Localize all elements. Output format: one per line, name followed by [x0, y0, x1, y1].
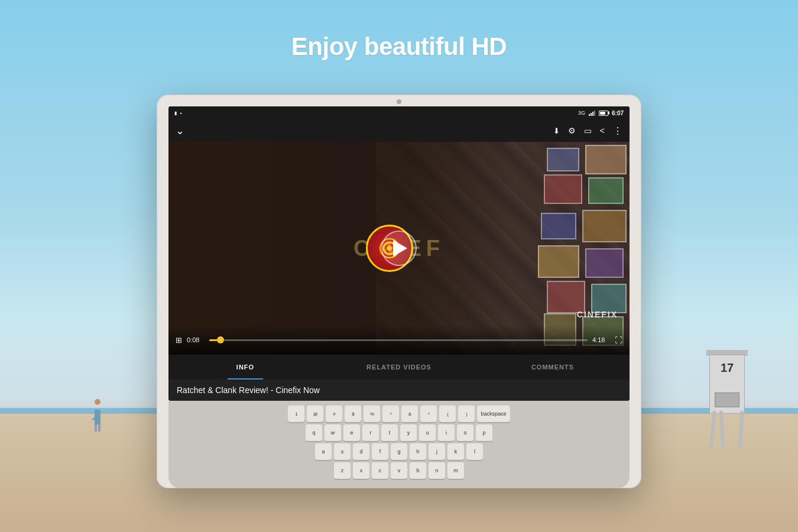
- cast-icon[interactable]: ▭: [584, 126, 592, 135]
- play-triangle-icon: [393, 240, 407, 257]
- tab-related-label: RELATED VIDEOS: [366, 364, 432, 371]
- signal-bar-3: [592, 112, 593, 116]
- tablet-camera: [397, 99, 401, 104]
- key-n[interactable]: n: [429, 462, 445, 479]
- signal-bar-4: [594, 111, 595, 116]
- person-on-beach: [92, 399, 103, 429]
- expand-icon[interactable]: ⊞: [176, 336, 182, 345]
- key-c[interactable]: c: [372, 462, 388, 479]
- photo-9: [591, 284, 627, 313]
- signal-bar-2: [591, 113, 592, 116]
- photo-8: [538, 245, 579, 278]
- fullscreen-icon[interactable]: ⛶: [615, 336, 622, 345]
- key-m[interactable]: m: [447, 462, 464, 479]
- tablet-wrapper: ▮ ▪ 3G 6:07: [157, 95, 641, 488]
- progress-thumb: [217, 336, 224, 343]
- signal-text: 3G: [578, 110, 585, 116]
- current-time: 0:08: [187, 336, 205, 343]
- key-l[interactable]: l: [466, 443, 483, 460]
- photo-4: [544, 174, 582, 204]
- video-title: Ratchet & Clank Review! - Cinefix Now: [177, 385, 320, 395]
- key-j[interactable]: j: [429, 443, 445, 460]
- photo-2: [547, 148, 579, 171]
- signal-bars: [589, 110, 595, 116]
- key-v[interactable]: v: [391, 462, 407, 479]
- keyboard-row-numbers: 1 @ # $ % ^ & * ( ) backspace: [176, 406, 622, 422]
- tab-info-label: INFO: [236, 364, 254, 371]
- key-o[interactable]: o: [457, 424, 473, 441]
- status-bar: ▮ ▪ 3G 6:07: [168, 106, 630, 119]
- key-0[interactable]: ): [458, 406, 475, 422]
- tab-related-videos[interactable]: RELATED VIDEOS: [322, 355, 476, 379]
- key-7[interactable]: &: [401, 406, 418, 422]
- people-overlay: [168, 142, 514, 355]
- video-title-bar: Ratchet & Clank Review! - Cinefix Now: [168, 379, 630, 401]
- key-1[interactable]: 1: [288, 406, 304, 422]
- key-u[interactable]: u: [419, 424, 436, 441]
- notification-icon: ▮: [174, 111, 177, 116]
- key-9[interactable]: (: [439, 406, 456, 422]
- key-w[interactable]: w: [325, 424, 341, 441]
- key-d[interactable]: d: [353, 443, 369, 460]
- key-8[interactable]: *: [420, 406, 437, 422]
- key-3[interactable]: #: [326, 406, 342, 422]
- progress-bar[interactable]: [209, 339, 588, 341]
- key-t[interactable]: t: [381, 424, 398, 441]
- status-left: ▮ ▪: [174, 111, 182, 116]
- tab-comments-label: COMMENTS: [531, 364, 574, 371]
- keyboard: 1 @ # $ % ^ & * ( ) backspace q w e r t …: [168, 401, 630, 488]
- progress-fill: [209, 339, 220, 341]
- key-g[interactable]: g: [391, 443, 407, 460]
- photo-10: [547, 281, 585, 313]
- keyboard-row-zxcv: z x c v b n m: [176, 462, 622, 479]
- play-button[interactable]: [381, 231, 417, 266]
- photo-7: [585, 248, 624, 278]
- download-icon[interactable]: ⬇: [553, 126, 560, 135]
- controls-right: ⬇ ⚙ ▭ < ⋮: [553, 125, 622, 137]
- settings-icon[interactable]: ⚙: [568, 126, 576, 135]
- key-backspace[interactable]: backspace: [477, 406, 510, 422]
- key-4[interactable]: $: [345, 406, 361, 422]
- battery-icon: [599, 111, 608, 116]
- photo-6: [541, 213, 576, 239]
- video-area[interactable]: CINEF: [168, 142, 630, 355]
- key-y[interactable]: y: [400, 424, 417, 441]
- key-i[interactable]: i: [438, 424, 455, 441]
- key-p[interactable]: p: [476, 424, 492, 441]
- photo-5: [582, 210, 627, 242]
- battery-fill: [600, 112, 605, 115]
- video-controls-bar: ⌄ ⬇ ⚙ ▭ < ⋮: [168, 119, 630, 142]
- tab-info[interactable]: INFO: [168, 355, 322, 379]
- key-5[interactable]: %: [364, 406, 380, 422]
- battery-small-icon: ▪: [180, 111, 182, 116]
- key-e[interactable]: e: [343, 424, 360, 441]
- page-title: Enjoy beautiful HD: [0, 33, 798, 61]
- key-6[interactable]: ^: [382, 406, 399, 422]
- status-right: 3G 6:07: [578, 110, 624, 116]
- share-icon[interactable]: <: [600, 126, 605, 135]
- tablet: ▮ ▪ 3G 6:07: [157, 95, 641, 488]
- key-q[interactable]: q: [306, 424, 322, 441]
- key-x[interactable]: x: [353, 462, 369, 479]
- signal-bar-1: [589, 114, 590, 116]
- tab-comments[interactable]: COMMENTS: [476, 355, 630, 379]
- photo-3: [588, 177, 624, 204]
- clock-time: 6:07: [612, 110, 624, 116]
- photo-1: [585, 145, 627, 174]
- key-b[interactable]: b: [410, 462, 426, 479]
- keyboard-row-qwerty1: q w e r t y u i o p: [176, 424, 622, 441]
- cinefix-brand-logo: CINEFIX: [577, 310, 618, 319]
- key-h[interactable]: h: [410, 443, 426, 460]
- chevron-down-icon[interactable]: ⌄: [176, 124, 184, 137]
- key-f[interactable]: f: [372, 443, 388, 460]
- keyboard-row-asdf: a s d f g h j k l: [176, 443, 622, 460]
- key-z[interactable]: z: [334, 462, 351, 479]
- key-s[interactable]: s: [334, 443, 351, 460]
- more-options-icon[interactable]: ⋮: [613, 125, 622, 137]
- video-duration: 4:18: [592, 336, 610, 343]
- key-2[interactable]: @: [307, 406, 323, 422]
- key-r[interactable]: r: [362, 424, 379, 441]
- lifeguard-tower: 17: [703, 343, 751, 449]
- key-a[interactable]: a: [315, 443, 332, 460]
- key-k[interactable]: k: [447, 443, 464, 460]
